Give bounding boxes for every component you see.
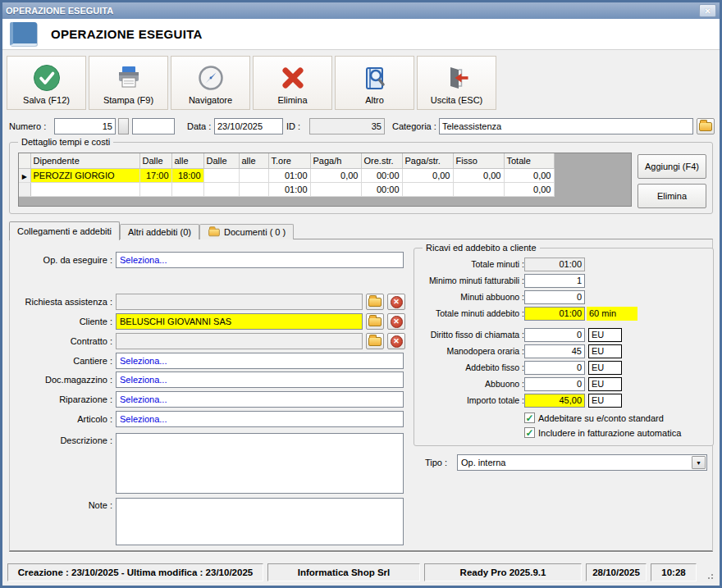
addebitare-checkbox-row: Addebitare su e/conto standard [524, 413, 664, 423]
cliente-folder-button[interactable] [366, 313, 384, 330]
cell-totale[interactable]: 0,00 [504, 168, 554, 182]
exit-button[interactable]: Uscita (ESC) [417, 56, 496, 110]
col-dipendente: Dipendente [30, 153, 139, 168]
addebito-fisso-field[interactable]: 0 [524, 361, 585, 375]
chevron-down-icon[interactable]: ▼ [692, 456, 706, 469]
minimo-minuti-field[interactable]: 1 [524, 274, 585, 288]
cell-ore-str[interactable]: 00:00 [361, 168, 402, 182]
cell-tore[interactable]: 01:00 [268, 168, 310, 182]
descrizione-textarea[interactable] [116, 433, 404, 494]
tot-dalle-1 [139, 182, 171, 196]
delete-button[interactable]: Elimina [253, 56, 332, 110]
doc-magazzino-field[interactable]: Seleziona... [116, 371, 404, 388]
abbuono-field[interactable]: 0 [524, 377, 585, 391]
categoria-folder-button[interactable] [697, 118, 715, 134]
grid-data-row: PEROZZI GIORGIO 17:00 18:00 01:00 0,00 0… [19, 168, 554, 182]
tot-paga-str [402, 182, 453, 196]
cliente-clear-button[interactable] [387, 313, 405, 330]
folder-icon [368, 298, 382, 307]
op-da-eseguire-label: Op. da eseguire : [10, 255, 112, 265]
save-button[interactable]: Salva (F12) [7, 56, 86, 110]
data-field[interactable]: 23/10/2025 [214, 118, 283, 134]
titlebar[interactable]: OPERAZIONE ESEGUITA [2, 2, 720, 19]
contratto-folder-button[interactable] [366, 333, 384, 349]
tab-documenti[interactable]: Documenti ( 0 ) [199, 224, 294, 239]
tab-collegamenti[interactable]: Collegamenti e addebiti [9, 221, 120, 240]
tab-altri-addebiti-label: Altri addebiti (0) [128, 227, 191, 237]
aggiungi-button[interactable]: Aggiungi (F4) [637, 154, 706, 179]
doc-magazzino-label: Doc.magazzino : [10, 375, 112, 385]
op-da-eseguire-field[interactable]: Seleziona... [116, 252, 404, 268]
grid-totals-row: 01:00 00:00 0,00 [19, 182, 554, 196]
tot-totale: 0,00 [504, 182, 554, 196]
print-button[interactable]: Stampa (F9) [89, 56, 168, 110]
addebitare-checkbox-label: Addebitare su e/conto standard [538, 413, 664, 423]
richiesta-label: Richiesta assistenza : [10, 297, 112, 307]
addebitare-checkbox[interactable] [524, 413, 535, 423]
other-button[interactable]: Altro [335, 56, 414, 110]
status-date: 28/10/2025 [586, 563, 647, 581]
status-app-version: Ready Pro 2025.9.1 [424, 563, 582, 581]
numero-label: Numero : [9, 121, 46, 131]
numero-aux-field[interactable] [132, 118, 175, 134]
col-dalle-2: Dalle [203, 153, 239, 168]
note-row: Note : [10, 498, 404, 545]
manodopera-field[interactable]: 45 [524, 344, 585, 358]
row-selector[interactable] [19, 168, 30, 182]
richiesta-folder-button[interactable] [366, 294, 384, 310]
richiesta-clear-button[interactable] [387, 294, 405, 310]
id-field: 35 [309, 118, 385, 134]
doc-magazzino-row: Doc.magazzino : Seleziona... [10, 371, 404, 388]
tempi-groupbox: Dettaglio tempi e costi Dipendente Dalle… [9, 142, 713, 214]
abbuono-currency-field[interactable]: EU [588, 377, 622, 391]
manodopera-currency-field[interactable]: EU [588, 344, 622, 358]
folder-icon [368, 337, 382, 346]
cell-paga-h[interactable]: 0,00 [310, 168, 361, 182]
cell-fisso[interactable]: 0,00 [453, 168, 504, 182]
compass-icon [197, 64, 225, 92]
contratto-clear-button[interactable] [387, 333, 405, 349]
cell-alle-2[interactable] [239, 168, 268, 182]
numero-mini-button[interactable] [118, 118, 129, 134]
diritto-currency-field[interactable]: EU [588, 328, 622, 342]
includere-checkbox[interactable] [524, 427, 535, 438]
diritto-chiamata-label: Diritto fisso di chiamata : [418, 330, 524, 340]
navigator-button[interactable]: Navigatore [171, 56, 250, 110]
importo-currency-field[interactable]: EU [588, 394, 622, 408]
exit-button-label: Uscita (ESC) [431, 95, 483, 105]
diritto-chiamata-field[interactable]: 0 [524, 328, 585, 342]
cell-dalle-2[interactable] [203, 168, 239, 182]
cantiere-label: Cantiere : [10, 356, 112, 366]
window-title: OPERAZIONE ESEGUITA [6, 6, 113, 16]
abbuono-label: Abbuono : [418, 379, 524, 389]
numero-field[interactable]: 15 [54, 118, 116, 134]
note-textarea[interactable] [116, 498, 404, 545]
data-label: Data : [187, 121, 211, 131]
cell-paga-str[interactable]: 0,00 [402, 168, 453, 182]
folder-icon [368, 317, 382, 326]
minuti-abbuono-field[interactable]: 0 [524, 290, 585, 304]
tipo-dropdown[interactable]: Op. interna ▼ [457, 454, 707, 471]
contratto-row: Contratto : [10, 333, 405, 349]
cell-dalle-1[interactable]: 17:00 [139, 168, 171, 182]
cliente-row: Cliente : BELUSCHI GIOVANNI SAS [10, 313, 405, 330]
status-time: 10:28 [651, 563, 697, 581]
book-magnifier-icon [361, 64, 389, 92]
elimina-row-button[interactable]: Elimina [637, 184, 706, 208]
cell-dipendente[interactable]: PEROZZI GIORGIO [30, 168, 139, 182]
resize-grip[interactable] [705, 563, 715, 581]
row-selector[interactable] [19, 182, 30, 196]
riparazione-field[interactable]: Seleziona... [116, 391, 404, 408]
cliente-field[interactable]: BELUSCHI GIOVANNI SAS [116, 313, 363, 330]
addebito-fisso-currency-field[interactable]: EU [588, 361, 622, 375]
save-check-icon [33, 64, 61, 92]
tab-altri-addebiti[interactable]: Altri addebiti (0) [120, 224, 199, 239]
other-button-label: Altro [365, 95, 384, 105]
articolo-label: Articolo : [10, 414, 112, 424]
cell-alle-1[interactable]: 18:00 [171, 168, 203, 182]
tempi-groupbox-title: Dettaglio tempi e costi [18, 137, 113, 147]
categoria-field[interactable]: Teleassistenza [439, 118, 693, 134]
cantiere-field[interactable]: Seleziona... [116, 353, 404, 369]
articolo-field[interactable]: Seleziona... [116, 411, 404, 427]
close-button[interactable] [699, 4, 716, 17]
